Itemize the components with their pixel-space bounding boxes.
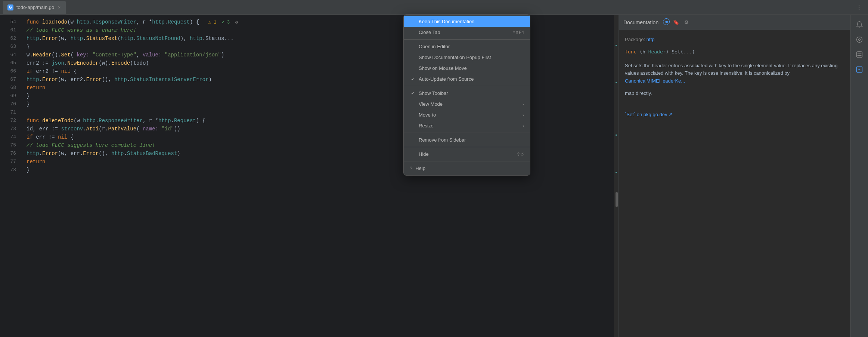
menu-label-open-editor: Open in Editor — [419, 44, 450, 49]
shortcut-hide: ⇧↺ — [517, 152, 524, 157]
menu-label-view-mode: View Mode — [419, 101, 443, 107]
context-menu-overlay[interactable]: Keep This Documentation Close Tab ^⇧F4 O… — [0, 0, 868, 337]
menu-item-help[interactable]: ? Help — [404, 163, 530, 174]
menu-item-view-mode[interactable]: View Mode › — [404, 99, 530, 109]
separator-1 — [404, 39, 530, 40]
check-space-8 — [410, 123, 416, 129]
check-space — [410, 19, 416, 24]
check-space-5 — [410, 65, 416, 71]
help-icon: ? — [410, 166, 412, 171]
menu-item-show-mouse-move[interactable]: Show on Mouse Move — [404, 63, 530, 74]
check-space-7 — [410, 112, 416, 118]
menu-label-move-to: Move to — [419, 112, 436, 118]
menu-item-remove-sidebar[interactable]: Remove from Sidebar — [404, 135, 530, 145]
menu-item-show-doc-popup[interactable]: Show Documentation Popup First — [404, 52, 530, 63]
context-menu: Keep This Documentation Close Tab ^⇧F4 O… — [403, 14, 530, 176]
check-space-10 — [410, 151, 416, 157]
check-space-4 — [410, 55, 416, 60]
menu-item-hide[interactable]: Hide ⇧↺ — [404, 149, 530, 160]
check-space-2 — [410, 30, 416, 35]
check-auto-update: ✓ — [410, 76, 416, 82]
menu-item-open-editor[interactable]: Open in Editor — [404, 41, 530, 52]
check-show-toolbar: ✓ — [410, 90, 416, 96]
menu-label-keep-doc: Keep This Documentation — [419, 19, 474, 24]
check-space-6 — [410, 101, 416, 107]
menu-label-remove-sidebar: Remove from Sidebar — [419, 137, 466, 143]
check-space-3 — [410, 44, 416, 49]
separator-5 — [404, 161, 530, 161]
arrow-view-mode: › — [523, 102, 524, 107]
menu-label-auto-update: Auto-Update from Source — [419, 76, 474, 82]
menu-item-show-toolbar[interactable]: ✓ Show Toolbar — [404, 88, 530, 99]
menu-item-resize[interactable]: Resize › — [404, 120, 530, 131]
menu-item-move-to[interactable]: Move to › — [404, 109, 530, 120]
menu-label-hide: Hide — [419, 151, 429, 157]
menu-label-show-toolbar: Show Toolbar — [419, 90, 448, 96]
separator-4 — [404, 147, 530, 147]
menu-item-keep-doc[interactable]: Keep This Documentation — [404, 16, 530, 27]
check-space-9 — [410, 137, 416, 143]
arrow-move-to: › — [523, 112, 524, 118]
separator-2 — [404, 86, 530, 86]
shortcut-close-tab: ^⇧F4 — [513, 30, 524, 35]
menu-label-show-doc-popup: Show Documentation Popup First — [419, 55, 491, 60]
separator-3 — [404, 133, 530, 133]
menu-label-close-tab: Close Tab — [419, 30, 440, 35]
menu-item-auto-update[interactable]: ✓ Auto-Update from Source — [404, 74, 530, 84]
menu-label-show-mouse-move: Show on Mouse Move — [419, 65, 467, 71]
menu-item-close-tab[interactable]: Close Tab ^⇧F4 — [404, 27, 530, 38]
menu-label-help: Help — [415, 166, 425, 171]
arrow-resize: › — [523, 123, 524, 129]
menu-label-resize: Resize — [419, 123, 434, 129]
